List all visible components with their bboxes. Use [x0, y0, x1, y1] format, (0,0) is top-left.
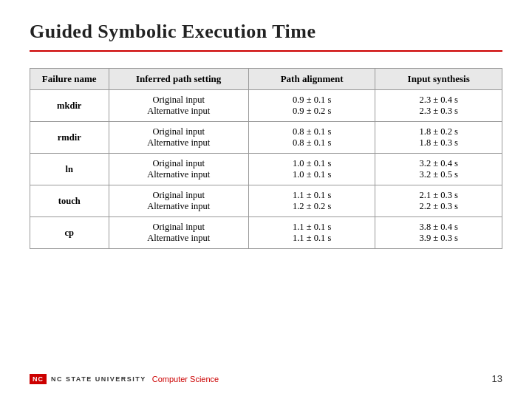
header-failure: Failure name [30, 69, 109, 90]
cell-inferred-0: Original inputAlternative input [109, 90, 248, 122]
table-row: lnOriginal inputAlternative input1.0 ± 0… [30, 154, 502, 185]
cell-failure-1: rmdir [30, 122, 109, 154]
cell-path-4: 1.1 ± 0.1 s1.1 ± 0.1 s [248, 217, 375, 249]
cell-path-1: 0.8 ± 0.1 s0.8 ± 0.1 s [248, 122, 375, 154]
cs-label: Computer Science [152, 375, 219, 383]
cell-inferred-1: Original inputAlternative input [109, 122, 248, 154]
nc-box: NC [30, 374, 47, 384]
table-header-row: Failure name Inferred path setting Path … [30, 69, 502, 90]
header-path: Path alignment [248, 69, 375, 90]
title-section: Guided Symbolic Execution Time [30, 21, 502, 52]
ncstate-logo: NC NC STATE UNIVERSITY [30, 374, 146, 384]
cell-inferred-3: Original inputAlternative input [109, 185, 248, 217]
cell-synthesis-1: 1.8 ± 0.2 s1.8 ± 0.3 s [375, 122, 502, 154]
cell-inferred-4: Original inputAlternative input [109, 217, 248, 249]
footer: NC NC STATE UNIVERSITY Computer Science … [30, 373, 502, 384]
table-row: cpOriginal inputAlternative input1.1 ± 0… [30, 217, 502, 249]
cell-synthesis-2: 3.2 ± 0.4 s3.2 ± 0.5 s [375, 154, 502, 185]
table-row: rmdirOriginal inputAlternative input0.8 … [30, 122, 502, 154]
cell-failure-0: mkdir [30, 90, 109, 122]
page-number: 13 [492, 373, 502, 384]
page-title: Guided Symbolic Execution Time [30, 21, 502, 43]
cell-failure-3: touch [30, 185, 109, 217]
slide: Guided Symbolic Execution Time Failure n… [0, 0, 532, 399]
cell-failure-4: cp [30, 217, 109, 249]
cell-path-3: 1.1 ± 0.1 s1.2 ± 0.2 s [248, 185, 375, 217]
table-row: touchOriginal inputAlternative input1.1 … [30, 185, 502, 217]
header-synthesis: Input synthesis [375, 69, 502, 90]
table-container: Failure name Inferred path setting Path … [30, 68, 502, 363]
cell-inferred-2: Original inputAlternative input [109, 154, 248, 185]
cell-path-2: 1.0 ± 0.1 s1.0 ± 0.1 s [248, 154, 375, 185]
footer-left: NC NC STATE UNIVERSITY Computer Science [30, 374, 219, 384]
cell-synthesis-3: 2.1 ± 0.3 s2.2 ± 0.3 s [375, 185, 502, 217]
table-row: mkdirOriginal inputAlternative input0.9 … [30, 90, 502, 122]
cell-synthesis-0: 2.3 ± 0.4 s2.3 ± 0.3 s [375, 90, 502, 122]
cell-path-0: 0.9 ± 0.1 s0.9 ± 0.2 s [248, 90, 375, 122]
data-table: Failure name Inferred path setting Path … [30, 68, 502, 249]
header-inferred: Inferred path setting [109, 69, 248, 90]
cell-failure-2: ln [30, 154, 109, 185]
cell-synthesis-4: 3.8 ± 0.4 s3.9 ± 0.3 s [375, 217, 502, 249]
university-text: NC STATE UNIVERSITY [51, 375, 146, 383]
